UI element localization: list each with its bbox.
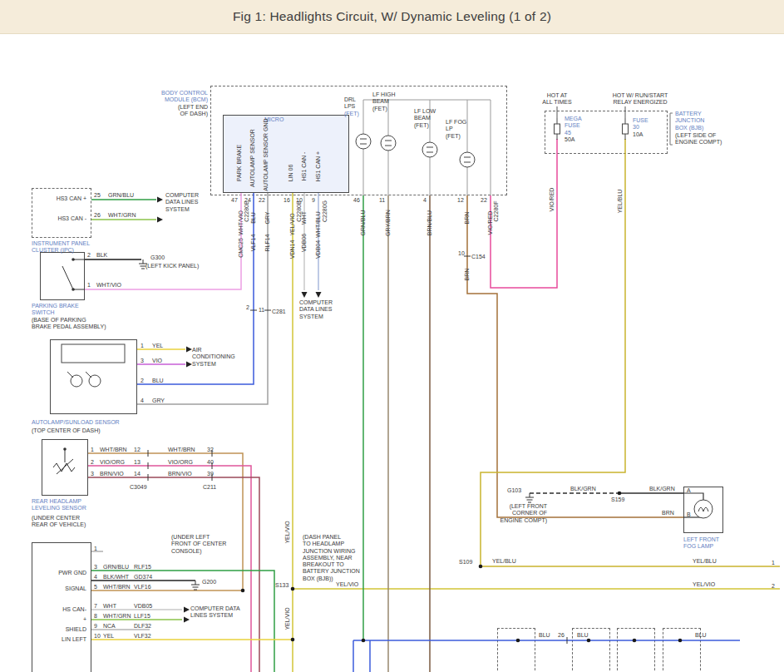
diagram-label: BLK/GRN	[649, 486, 675, 492]
diagram-label: (LEFT FRONT CORNER OF ENGINE COMPT)	[500, 503, 547, 524]
diagram-label: VDB04	[315, 240, 322, 259]
diagram-label: 2	[141, 378, 144, 384]
diagram-label: 2	[87, 252, 91, 259]
diagram-label: 12	[457, 197, 464, 204]
diagram-label: VIO/ORG	[168, 459, 193, 466]
diagram-label: 10A	[633, 131, 643, 138]
diagram-label: 11	[379, 197, 385, 204]
diagram-label: 4	[423, 197, 427, 204]
diagram-label: BRN/BLU	[427, 210, 433, 235]
diagram-label: SHIELD	[66, 626, 86, 633]
diagram-label: MEGA FUSE 45	[565, 116, 582, 136]
diagram-label: 39	[207, 471, 214, 477]
diagram-label: WHT/VIO	[96, 282, 121, 289]
diagram-label: 25	[94, 192, 101, 199]
diagram-label: B	[687, 511, 691, 518]
diagram-label: BRN/VIO	[168, 471, 192, 477]
diagram-label: +	[83, 616, 86, 623]
autolamp-caption: AUTOLAMP/SUNLOAD SENSOR	[32, 419, 120, 426]
diagram-label: S133	[275, 582, 288, 589]
diagram-label: WHT/VIO	[238, 210, 244, 235]
diagram-label: NCA	[103, 623, 116, 630]
diagram-label: YEL/BLU	[693, 558, 717, 565]
diagram-label: (UNDER CENTER REAR OF VEHICLE)	[32, 515, 86, 529]
diagram-label: 16	[284, 197, 290, 204]
diagram-label: CMC25	[238, 238, 244, 258]
diagram-label: BRN	[662, 510, 674, 516]
diagram-label: HOT AT ALL TIMES	[542, 92, 571, 106]
diagram-label: 50A	[565, 136, 574, 143]
diagram-label: YEL/VIO	[289, 213, 296, 235]
diagram-label: WHT	[103, 603, 116, 610]
diagram-label: BRN	[464, 212, 471, 225]
diagram-label: GRN/BLU	[103, 564, 129, 571]
diagram-label: RLF14	[264, 234, 271, 251]
diagram-label: 10	[458, 250, 465, 257]
diagram-label: WHT/GRN	[108, 212, 136, 219]
diagram-label: 7	[94, 603, 97, 610]
diagram-label: 9	[312, 197, 315, 204]
diagram-label: 2	[772, 583, 775, 590]
diagram-label: C154	[471, 254, 486, 260]
diagram-label: (FET)	[344, 111, 359, 117]
bcm-caption: BODY CONTROL MODULE (BCM)	[161, 90, 208, 104]
diagram-label: 9	[94, 623, 97, 630]
diagram-label: 26	[558, 632, 565, 639]
diagram-label: S109	[459, 559, 472, 566]
diagram-label: VLF14	[250, 235, 257, 252]
diagram-label: GD374	[134, 574, 152, 581]
bjb-caption: BATTERY JUNCTION BOX (BJB)	[675, 111, 704, 131]
diagram-label: 40	[207, 459, 214, 466]
diagram-label: GRN/BLU	[360, 210, 367, 235]
diagram-label: 3	[141, 358, 144, 364]
diagram-label: 2	[246, 304, 249, 311]
wiring-diagram-screen: Fig 1: Headlights Circuit, W/ Dynamic Le…	[0, 0, 784, 672]
diagram-label: VLF32	[134, 633, 151, 640]
diagram-label: C281	[272, 309, 286, 315]
diagram-label: GRN/BLU	[108, 192, 134, 199]
diagram-label: RLF15	[134, 564, 151, 571]
diagram-label: 12	[134, 447, 141, 453]
diagram-label: GRY	[152, 398, 165, 404]
diagram-label: FUSE 30	[633, 117, 648, 131]
rear-sensor-caption: REAR HEADLAMP LEVELING SENSOR	[32, 498, 86, 512]
diagram-label: HS CAN-	[62, 606, 86, 613]
diagram-label: 8	[94, 613, 97, 620]
diagram-label: BLU	[539, 632, 550, 639]
diagram-label: WHT/GRN	[103, 613, 131, 620]
diagram-label: 13	[134, 459, 141, 466]
diagram-label: SIGNAL	[65, 586, 86, 592]
diagram-label: (DASH PANEL TO HEADLAMP JUNCTION WIRING …	[303, 534, 360, 582]
diagram-label: WHT	[301, 211, 308, 225]
diagram-label: 1	[141, 343, 144, 349]
diagram-label: AUTOLAMP SENSOR	[249, 129, 256, 187]
diagram-label: 4	[94, 574, 97, 581]
diagram-label: WHT/BRN	[100, 447, 127, 453]
diagram-label: (LEFT END OF DASH)	[178, 104, 208, 118]
diagram-label: C3049	[130, 484, 147, 491]
diagram-label: COMPUTER DATA LINES SYSTEM	[190, 605, 240, 620]
diagram-label: AUTOLAMP SENSOR GND	[263, 118, 269, 190]
diagram-label: (UNDER LEFT FRONT OF CENTER CONSOLE)	[171, 534, 226, 555]
parking-brake-caption: PARKING BRAKE SWITCH	[32, 303, 79, 317]
diagram-label: BLU	[250, 212, 257, 224]
diagram-label: 4	[141, 398, 144, 404]
diagram-label: C2280G	[322, 200, 328, 222]
diagram-label: 14	[134, 471, 141, 477]
diagram-label: 32	[207, 447, 214, 453]
diagram-label: GRY	[264, 211, 271, 224]
diagram-label: G200	[202, 579, 216, 586]
diagram-label: HS1 CAN -	[301, 152, 308, 181]
diagram-label: COMPUTER DATA LINES SYSTEM	[165, 192, 199, 213]
diagram-label: 1	[91, 447, 94, 453]
diagram-label: 22	[481, 197, 487, 204]
diagram-label: VLF16	[134, 584, 151, 590]
diagram-label: YEL/VIO	[336, 581, 358, 588]
diagram-label: G103	[507, 487, 521, 494]
diagram-label: LLF15	[134, 613, 150, 620]
diagram-label: 1	[87, 282, 91, 289]
diagram-label: BLU	[577, 632, 589, 639]
diagram-label: 1	[94, 546, 97, 552]
diagram-label: YEL	[103, 633, 114, 640]
diagram-label: S159	[611, 497, 624, 503]
